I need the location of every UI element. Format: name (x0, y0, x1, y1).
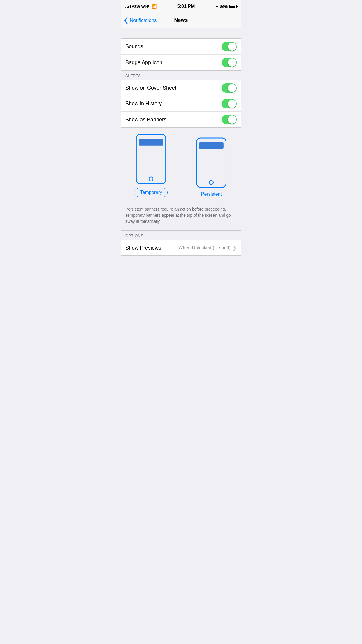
show-on-cover-sheet-toggle[interactable] (222, 83, 237, 93)
signal-bars (125, 4, 131, 8)
settings-content: Sounds Badge App Icon ALERTS Show on Cov… (121, 28, 241, 256)
show-on-cover-sheet-label: Show on Cover Sheet (125, 85, 176, 91)
show-as-banners-label: Show as Banners (125, 117, 166, 123)
back-button[interactable]: ❮ Notifications (124, 17, 157, 24)
banner-illustrations-section: Temporary Persistent (121, 128, 241, 203)
status-time: 5:01 PM (177, 4, 195, 9)
nav-bar: ❮ Notifications News (121, 13, 241, 28)
signal-bar-4 (130, 5, 131, 8)
signal-bar-1 (125, 7, 126, 8)
battery-percent: 86% (220, 4, 228, 9)
status-bar: VZW Wi-Fi 📶 5:01 PM ✱ 86% (121, 0, 241, 13)
sounds-row: Sounds (121, 39, 241, 55)
options-section-header: OPTIONS (121, 230, 241, 240)
temporary-banner-option: Temporary (135, 134, 168, 197)
banner-description-text: Persistent banners require an action bef… (125, 207, 231, 224)
show-previews-label: Show Previews (125, 245, 161, 251)
top-gap (121, 28, 241, 38)
badge-app-icon-label: Badge App Icon (125, 60, 162, 66)
show-in-history-toggle[interactable] (222, 99, 237, 108)
alerts-section-header: ALERTS (121, 71, 241, 80)
show-as-banners-row: Show as Banners (121, 112, 241, 127)
badge-app-icon-toggle-thumb (228, 58, 236, 66)
show-in-history-row: Show in History (121, 96, 241, 112)
sounds-toggle[interactable] (222, 42, 237, 51)
options-header-text: OPTIONS (125, 234, 143, 238)
alerts-header-text: ALERTS (125, 74, 141, 78)
show-previews-row[interactable]: Show Previews When Unlocked (Default) ❯ (121, 240, 241, 256)
status-left: VZW Wi-Fi 📶 (125, 4, 157, 9)
sounds-badge-group: Sounds Badge App Icon (121, 38, 241, 71)
carrier-label: VZW Wi-Fi (132, 4, 150, 9)
show-in-history-label: Show in History (125, 101, 162, 107)
battery-icon (229, 5, 237, 8)
sounds-toggle-thumb (228, 43, 236, 51)
show-in-history-toggle-thumb (228, 100, 236, 108)
back-chevron-icon: ❮ (124, 17, 129, 24)
show-on-cover-sheet-toggle-thumb (228, 84, 236, 92)
wifi-icon: 📶 (152, 4, 157, 9)
signal-bar-3 (128, 6, 129, 8)
badge-app-icon-toggle[interactable] (222, 58, 237, 67)
status-right: ✱ 86% (215, 4, 237, 9)
back-label: Notifications (130, 18, 157, 23)
alerts-group: Show on Cover Sheet Show in History Show… (121, 80, 241, 128)
svg-rect-1 (139, 139, 164, 146)
temporary-phone-illustration (135, 134, 167, 185)
show-on-cover-sheet-row: Show on Cover Sheet (121, 80, 241, 96)
temporary-button[interactable]: Temporary (135, 188, 168, 197)
persistent-phone-illustration (195, 137, 227, 188)
battery-fill (230, 6, 235, 8)
badge-app-icon-row: Badge App Icon (121, 55, 241, 70)
sounds-label: Sounds (125, 43, 143, 50)
chevron-right-icon: ❯ (232, 245, 237, 251)
show-as-banners-toggle[interactable] (222, 115, 237, 124)
show-previews-value-container: When Unlocked (Default) ❯ (178, 245, 237, 251)
bluetooth-icon: ✱ (215, 4, 219, 9)
show-previews-value: When Unlocked (Default) (178, 245, 231, 251)
signal-bar-2 (127, 7, 128, 8)
page-title: News (174, 17, 188, 23)
banner-description-section: Persistent banners require an action bef… (121, 203, 241, 230)
persistent-banner-option: Persistent (195, 137, 227, 197)
persistent-label[interactable]: Persistent (201, 192, 222, 197)
svg-rect-4 (199, 142, 224, 149)
show-as-banners-toggle-thumb (228, 116, 236, 124)
